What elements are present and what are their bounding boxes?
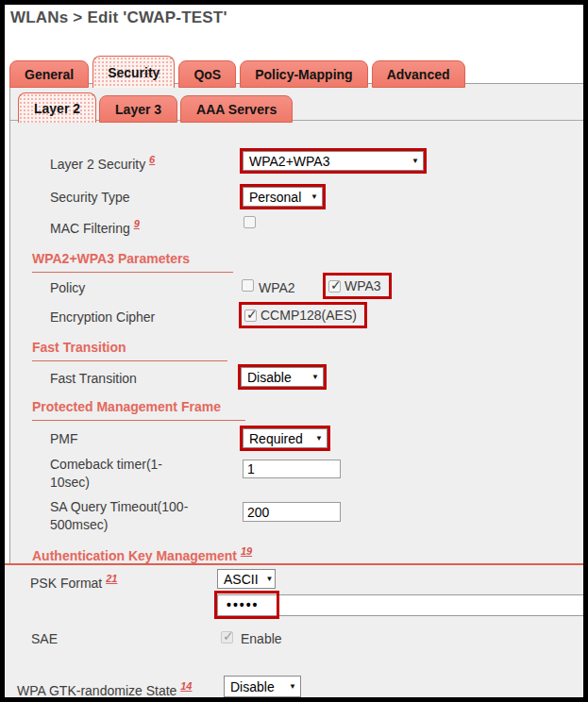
comeback-timer-label: Comeback timer(1-10sec) <box>50 456 201 492</box>
pmf-select[interactable]: Required ▼ <box>243 428 328 448</box>
dropdown-arrow-icon: ▼ <box>304 373 319 381</box>
tab-advanced[interactable]: Advanced <box>372 60 465 88</box>
wpa3-checkbox[interactable] <box>328 280 341 292</box>
pmf-heading: Protected Management Frame <box>32 399 221 414</box>
tab-policy-mapping[interactable]: Policy-Mapping <box>240 60 367 88</box>
footnote-link-14[interactable]: 14 <box>180 680 192 692</box>
fast-transition-label: Fast Transition <box>50 371 137 386</box>
subtab-aaa-servers[interactable]: AAA Servers <box>180 95 293 123</box>
footnote-link-21[interactable]: 21 <box>106 573 117 584</box>
comeback-timer-input[interactable] <box>243 460 341 478</box>
sa-query-timeout-input[interactable] <box>243 502 341 522</box>
annotation-box-pmf: Required ▼ <box>240 426 330 451</box>
dropdown-arrow-icon: ▼ <box>259 575 274 583</box>
dropdown-arrow-icon: ▼ <box>281 682 296 691</box>
dropdown-arrow-icon: ▼ <box>303 192 318 201</box>
tab-security[interactable]: Security <box>92 56 175 88</box>
subtab-layer2[interactable]: Layer 2 <box>18 92 96 123</box>
fast-transition-underline <box>32 360 227 361</box>
sae-label: SAE <box>31 631 58 646</box>
layer2-security-select[interactable]: WPA2+WPA3 ▼ <box>243 151 424 171</box>
sae-enable-label: Enable <box>241 631 282 646</box>
psk-format-select[interactable]: ASCII ▼ <box>217 569 276 589</box>
dropdown-arrow-icon: ▼ <box>308 434 323 443</box>
wlan-edit-window: WLANs > Edit 'CWAP-TEST' General Securit… <box>0 0 588 702</box>
ccmp128-label: CCMP128(AES) <box>260 308 357 323</box>
sa-query-timeout-label: SA Query Timeout(100-500msec) <box>50 498 218 534</box>
page-title: WLANs > Edit 'CWAP-TEST' <box>10 8 227 27</box>
wpa2-checkbox[interactable] <box>242 279 254 292</box>
annotation-box-security-type: Personal ▼ <box>240 184 326 209</box>
wpa-parameters-heading: WPA2+WPA3 Parameters <box>32 251 190 266</box>
ccmp128-checkbox[interactable] <box>244 309 257 322</box>
separator-line <box>5 563 583 565</box>
psk-format-label: PSK Format 21 <box>30 573 117 591</box>
subtab-layer3[interactable]: Layer 3 <box>99 95 177 123</box>
annotation-box-cipher: CCMP128(AES) <box>239 302 367 328</box>
encryption-cipher-label: Encryption Cipher <box>50 309 155 325</box>
mac-filtering-label: MAC Filtering 9 <box>50 218 140 236</box>
mac-filtering-checkbox[interactable] <box>244 216 256 228</box>
wpa-parameters-underline <box>32 272 233 273</box>
psk-password-input[interactable]: ••••• <box>217 594 583 616</box>
wpa3-label: WPA3 <box>344 278 381 293</box>
security-type-label: Security Type <box>50 190 130 205</box>
dropdown-arrow-icon: ▼ <box>404 157 419 165</box>
fast-transition-select[interactable]: Disable ▼ <box>241 367 324 387</box>
security-subtab-bar: Layer 2 Layer 3 AAA Servers <box>18 92 293 123</box>
footnote-link-9[interactable]: 9 <box>134 218 140 229</box>
fast-transition-heading: Fast Transition <box>32 340 126 355</box>
main-tab-bar: General Security QoS Policy-Mapping Adva… <box>9 56 465 88</box>
wpa2-label: WPA2 <box>259 280 295 295</box>
annotation-box-fast-transition: Disable ▼ <box>238 364 327 390</box>
security-type-select[interactable]: Personal ▼ <box>243 187 323 207</box>
psk-password-masked-value: ••••• <box>218 595 260 615</box>
akm-heading: Authentication Key Management 19 <box>32 545 252 563</box>
gtk-randomize-select[interactable]: Disable ▼ <box>224 676 301 697</box>
sae-enable-checkbox[interactable] <box>221 631 233 644</box>
layer2-security-label: Layer 2 Security 6 <box>50 154 155 172</box>
gtk-randomize-label: WPA GTK-randomize State 14 <box>17 680 193 698</box>
pmf-label: PMF <box>50 431 78 446</box>
tab-general[interactable]: General <box>9 60 89 88</box>
tab-qos[interactable]: QoS <box>178 60 236 88</box>
pmf-underline <box>32 420 245 421</box>
annotation-box-layer2-security: WPA2+WPA3 ▼ <box>240 148 427 174</box>
footnote-link-19[interactable]: 19 <box>241 545 252 557</box>
annotation-box-wpa3: WPA3 <box>323 273 392 299</box>
footnote-link-6[interactable]: 6 <box>149 154 155 165</box>
policy-label: Policy <box>50 280 85 295</box>
